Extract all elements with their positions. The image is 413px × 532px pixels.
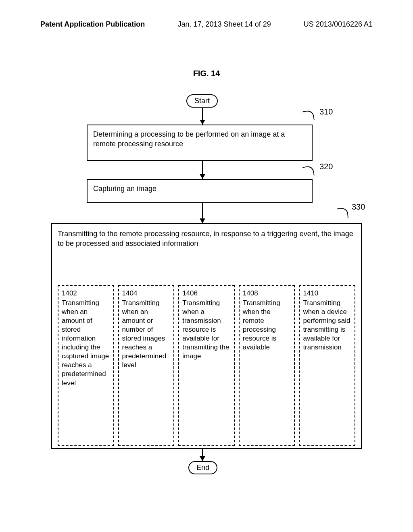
end-label: End xyxy=(196,463,209,472)
subbox-1406: 1406 Transmitting when a transmission re… xyxy=(178,285,235,446)
start-terminal: Start xyxy=(186,94,218,108)
ref-label-320: 320 xyxy=(319,162,333,171)
header-right: US 2013/0016226 A1 xyxy=(304,20,373,29)
subbox-1410: 1410 Transmitting when a device performi… xyxy=(299,285,355,446)
process-box-320: Capturing an image xyxy=(87,179,313,203)
box-320-text: Capturing an image xyxy=(93,185,156,193)
subbox-1402: 1402 Transmitting when an amount of stor… xyxy=(58,285,114,446)
figure-title: FIG. 14 xyxy=(0,69,413,78)
subbox-text: Transmitting when a device performing sa… xyxy=(303,299,350,351)
box-330-text: Transmitting to the remote processing re… xyxy=(58,230,353,247)
ref-hook-icon xyxy=(302,165,315,177)
page-header: Patent Application Publication Jan. 17, … xyxy=(0,0,413,33)
box-310-text: Determining a processing to be performed… xyxy=(93,130,285,148)
subbox-ref: 1404 xyxy=(122,289,171,298)
subbox-ref: 1406 xyxy=(182,289,231,298)
subbox-ref: 1402 xyxy=(62,289,110,298)
subbox-text: Transmitting when a transmission resourc… xyxy=(182,299,229,360)
ref-hook-icon xyxy=(337,208,348,219)
process-box-310: Determining a processing to be performed… xyxy=(87,125,313,161)
subbox-text: Transmitting when the remote processing … xyxy=(243,299,280,351)
arrowhead-icon xyxy=(200,218,205,223)
start-label: Start xyxy=(194,97,210,105)
subbox-text: Transmitting when an amount or number of… xyxy=(122,299,167,369)
process-box-330: Transmitting to the remote processing re… xyxy=(51,223,362,449)
ref-label-330: 330 xyxy=(352,202,365,212)
end-terminal: End xyxy=(188,461,217,474)
subbox-text: Transmitting when an amount of stored in… xyxy=(62,299,109,387)
subbox-ref: 1410 xyxy=(303,289,351,298)
arrowhead-icon xyxy=(200,174,205,179)
header-center: Jan. 17, 2013 Sheet 14 of 29 xyxy=(178,20,271,29)
ref-hook-icon xyxy=(302,110,315,122)
ref-label-310: 310 xyxy=(319,107,333,116)
header-left: Patent Application Publication xyxy=(40,20,145,29)
arrowhead-icon xyxy=(200,120,205,125)
subbox-ref: 1408 xyxy=(243,289,291,298)
subbox-1404: 1404 Transmitting when an amount or numb… xyxy=(118,285,175,446)
subbox-1408: 1408 Transmitting when the remote proces… xyxy=(239,285,295,446)
arrowhead-icon xyxy=(200,456,205,461)
subbox-row: 1402 Transmitting when an amount of stor… xyxy=(58,285,355,446)
